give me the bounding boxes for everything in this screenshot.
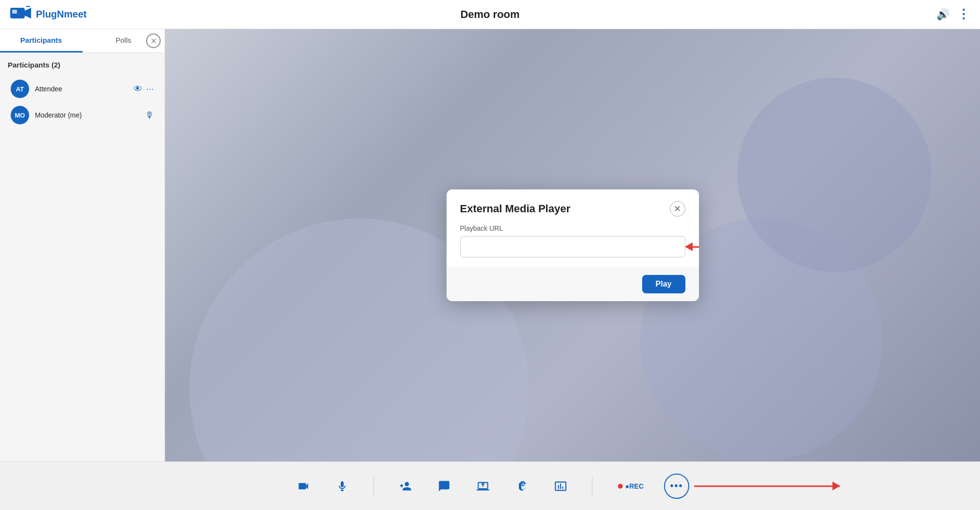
raise-hand-button[interactable] xyxy=(509,474,534,499)
whiteboard-button[interactable] xyxy=(548,474,573,499)
content-area: External Media Player ✕ Playback URL xyxy=(165,29,980,461)
share-screen-button[interactable] xyxy=(470,474,496,499)
more-options-wrapper: ••• xyxy=(664,474,689,499)
divider xyxy=(373,476,374,496)
participant-item: AT Attendee 👁 ⋯ xyxy=(8,76,157,102)
sidebar-tabs: Participants Polls ✕ xyxy=(0,29,165,53)
url-input-wrapper xyxy=(460,236,685,257)
sidebar: Participants Polls ✕ Participants (2) AT… xyxy=(0,29,165,461)
sidebar-close-button[interactable]: ✕ xyxy=(146,34,161,48)
modal-overlay: External Media Player ✕ Playback URL xyxy=(165,29,980,461)
participant-name-attendee: Attendee xyxy=(35,85,128,93)
header-actions: 🔊 ⋮ xyxy=(936,7,970,22)
participant-icons-moderator: 🎙 xyxy=(145,110,154,120)
more-options-icon[interactable]: ⋮ xyxy=(957,7,970,22)
participant-name-moderator: Moderator (me) xyxy=(35,111,139,119)
mic-icon: 🎙 xyxy=(145,110,154,120)
avatar-mo: MO xyxy=(11,106,29,124)
modal-header: External Media Player ✕ xyxy=(447,189,699,224)
sidebar-content: Participants (2) AT Attendee 👁 ⋯ MO Mode… xyxy=(0,53,165,461)
record-button[interactable]: ●REC xyxy=(611,478,650,494)
rec-label: ●REC xyxy=(625,482,644,490)
play-button[interactable]: Play xyxy=(642,275,685,293)
modal-footer: Play xyxy=(447,267,699,301)
main-layout: Participants Polls ✕ Participants (2) AT… xyxy=(0,29,980,461)
svg-marker-1 xyxy=(25,8,31,18)
divider-2 xyxy=(592,476,593,496)
toolbar: ●REC ••• xyxy=(0,461,980,510)
eye-icon: 👁 xyxy=(133,84,142,94)
rec-dot xyxy=(618,484,623,489)
tab-participants[interactable]: Participants xyxy=(0,29,83,52)
participants-title: Participants (2) xyxy=(8,61,157,69)
playback-url-input[interactable] xyxy=(460,236,685,257)
participant-icons-attendee: 👁 ⋯ xyxy=(133,84,154,94)
participant-item: MO Moderator (me) 🎙 xyxy=(8,102,157,128)
avatar-at: AT xyxy=(11,80,29,98)
modal-body: Playback URL xyxy=(447,224,699,267)
microphone-button[interactable] xyxy=(330,474,355,499)
external-media-player-modal: External Media Player ✕ Playback URL xyxy=(447,189,699,301)
camera-button[interactable] xyxy=(291,474,316,499)
logo: PlugNmeet xyxy=(10,6,86,23)
more-options-button[interactable]: ••• xyxy=(664,474,689,499)
room-title: Demo room xyxy=(460,8,519,21)
arrow-to-play xyxy=(698,280,699,289)
arrow-to-dots xyxy=(694,485,840,487)
volume-icon[interactable]: 🔊 xyxy=(936,8,949,21)
svg-rect-2 xyxy=(12,10,17,14)
add-participant-button[interactable] xyxy=(393,474,418,499)
arrow-to-input xyxy=(685,242,699,251)
modal-close-button[interactable]: ✕ xyxy=(670,201,685,217)
playback-url-label: Playback URL xyxy=(460,224,685,232)
three-dots-label: ••• xyxy=(670,480,683,492)
more-icon[interactable]: ⋯ xyxy=(146,85,154,94)
modal-title: External Media Player xyxy=(460,203,570,215)
header: PlugNmeet Demo room 🔊 ⋮ xyxy=(0,0,980,29)
logo-text: PlugNmeet xyxy=(36,9,86,20)
chat-button[interactable] xyxy=(432,474,457,499)
